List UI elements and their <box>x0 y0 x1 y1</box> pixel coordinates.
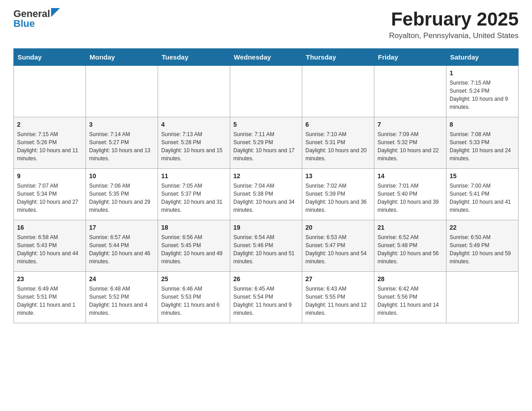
calendar-cell: 20Sunrise: 6:53 AMSunset: 5:47 PMDayligh… <box>302 220 374 272</box>
day-number: 14 <box>378 171 443 180</box>
calendar-cell: 22Sunrise: 6:50 AMSunset: 5:49 PMDayligh… <box>446 220 519 272</box>
day-info: Sunrise: 6:43 AMSunset: 5:55 PMDaylight:… <box>305 285 371 317</box>
day-info: Sunrise: 7:09 AMSunset: 5:32 PMDaylight:… <box>378 130 443 163</box>
month-title: February 2025 <box>389 9 519 30</box>
calendar-header-row: SundayMondayTuesdayWednesdayThursdayFrid… <box>14 49 519 66</box>
col-header-tuesday: Tuesday <box>158 49 230 66</box>
day-number: 6 <box>305 120 371 129</box>
day-number: 1 <box>450 68 515 77</box>
calendar-week-5: 23Sunrise: 6:49 AMSunset: 5:51 PMDayligh… <box>14 272 519 323</box>
calendar-week-4: 16Sunrise: 6:58 AMSunset: 5:43 PMDayligh… <box>14 220 519 272</box>
day-number: 12 <box>233 171 299 180</box>
day-info: Sunrise: 6:56 AMSunset: 5:45 PMDaylight:… <box>161 233 227 265</box>
calendar-cell: 6Sunrise: 7:10 AMSunset: 5:31 PMDaylight… <box>302 117 374 169</box>
calendar-cell: 1Sunrise: 7:15 AMSunset: 5:24 PMDaylight… <box>446 66 519 117</box>
calendar-cell: 24Sunrise: 6:48 AMSunset: 5:52 PMDayligh… <box>86 272 158 323</box>
col-header-wednesday: Wednesday <box>230 49 302 66</box>
calendar-cell: 4Sunrise: 7:13 AMSunset: 5:28 PMDaylight… <box>158 117 230 169</box>
title-block: February 2025 Royalton, Pennsylvania, Un… <box>389 9 519 40</box>
day-info: Sunrise: 7:00 AMSunset: 5:41 PMDaylight:… <box>450 182 515 214</box>
logo-general-text: General <box>13 9 50 19</box>
day-number: 3 <box>89 120 154 129</box>
calendar-cell: 21Sunrise: 6:52 AMSunset: 5:48 PMDayligh… <box>374 220 446 272</box>
day-info: Sunrise: 6:48 AMSunset: 5:52 PMDaylight:… <box>89 285 154 317</box>
day-info: Sunrise: 7:15 AMSunset: 5:24 PMDaylight:… <box>450 79 515 111</box>
day-number: 18 <box>161 223 227 232</box>
day-number: 21 <box>378 223 443 232</box>
calendar-cell <box>230 66 302 117</box>
calendar-cell: 28Sunrise: 6:42 AMSunset: 5:56 PMDayligh… <box>374 272 446 323</box>
calendar-cell: 15Sunrise: 7:00 AMSunset: 5:41 PMDayligh… <box>446 169 519 220</box>
calendar-cell <box>14 66 86 117</box>
page-header: General Blue February 2025 Royalton, Pen… <box>13 9 519 40</box>
day-info: Sunrise: 7:04 AMSunset: 5:38 PMDaylight:… <box>233 182 299 214</box>
day-info: Sunrise: 6:53 AMSunset: 5:47 PMDaylight:… <box>305 233 371 265</box>
day-number: 4 <box>161 120 227 129</box>
day-info: Sunrise: 6:45 AMSunset: 5:54 PMDaylight:… <box>233 285 299 317</box>
calendar-cell: 5Sunrise: 7:11 AMSunset: 5:29 PMDaylight… <box>230 117 302 169</box>
col-header-friday: Friday <box>374 49 446 66</box>
day-info: Sunrise: 7:14 AMSunset: 5:27 PMDaylight:… <box>89 130 154 163</box>
col-header-thursday: Thursday <box>302 49 374 66</box>
calendar-cell: 14Sunrise: 7:01 AMSunset: 5:40 PMDayligh… <box>374 169 446 220</box>
day-info: Sunrise: 7:15 AMSunset: 5:26 PMDaylight:… <box>17 130 82 163</box>
calendar-week-1: 1Sunrise: 7:15 AMSunset: 5:24 PMDaylight… <box>14 66 519 117</box>
day-number: 23 <box>17 274 82 283</box>
day-number: 15 <box>450 171 515 180</box>
day-info: Sunrise: 7:13 AMSunset: 5:28 PMDaylight:… <box>161 130 227 163</box>
calendar-cell: 13Sunrise: 7:02 AMSunset: 5:39 PMDayligh… <box>302 169 374 220</box>
day-number: 9 <box>17 171 82 180</box>
day-number: 13 <box>305 171 371 180</box>
calendar-cell <box>302 66 374 117</box>
day-info: Sunrise: 7:02 AMSunset: 5:39 PMDaylight:… <box>305 182 371 214</box>
day-number: 27 <box>305 274 371 283</box>
day-info: Sunrise: 6:54 AMSunset: 5:46 PMDaylight:… <box>233 233 299 265</box>
calendar-cell: 7Sunrise: 7:09 AMSunset: 5:32 PMDaylight… <box>374 117 446 169</box>
logo: General Blue <box>13 9 60 29</box>
day-info: Sunrise: 6:49 AMSunset: 5:51 PMDaylight:… <box>17 285 82 317</box>
day-info: Sunrise: 7:05 AMSunset: 5:37 PMDaylight:… <box>161 182 227 214</box>
day-info: Sunrise: 6:42 AMSunset: 5:56 PMDaylight:… <box>378 285 443 317</box>
calendar-cell: 19Sunrise: 6:54 AMSunset: 5:46 PMDayligh… <box>230 220 302 272</box>
day-info: Sunrise: 7:11 AMSunset: 5:29 PMDaylight:… <box>233 130 299 163</box>
col-header-sunday: Sunday <box>14 49 86 66</box>
day-number: 10 <box>89 171 154 180</box>
day-info: Sunrise: 6:58 AMSunset: 5:43 PMDaylight:… <box>17 233 82 265</box>
day-number: 19 <box>233 223 299 232</box>
calendar-cell: 26Sunrise: 6:45 AMSunset: 5:54 PMDayligh… <box>230 272 302 323</box>
day-number: 11 <box>161 171 227 180</box>
day-number: 25 <box>161 274 227 283</box>
day-number: 22 <box>450 223 515 232</box>
day-number: 24 <box>89 274 154 283</box>
location-text: Royalton, Pennsylvania, United States <box>389 31 519 40</box>
day-info: Sunrise: 6:46 AMSunset: 5:53 PMDaylight:… <box>161 285 227 317</box>
day-info: Sunrise: 7:01 AMSunset: 5:40 PMDaylight:… <box>378 182 443 214</box>
calendar-cell: 23Sunrise: 6:49 AMSunset: 5:51 PMDayligh… <box>14 272 86 323</box>
day-number: 2 <box>17 120 82 129</box>
calendar-cell <box>86 66 158 117</box>
calendar-table: SundayMondayTuesdayWednesdayThursdayFrid… <box>13 48 519 323</box>
calendar-cell: 10Sunrise: 7:06 AMSunset: 5:35 PMDayligh… <box>86 169 158 220</box>
calendar-cell <box>158 66 230 117</box>
day-info: Sunrise: 6:57 AMSunset: 5:44 PMDaylight:… <box>89 233 154 265</box>
logo-triangle-icon <box>51 8 60 17</box>
day-number: 7 <box>378 120 443 129</box>
day-info: Sunrise: 7:07 AMSunset: 5:34 PMDaylight:… <box>17 182 82 214</box>
calendar-cell: 25Sunrise: 6:46 AMSunset: 5:53 PMDayligh… <box>158 272 230 323</box>
day-number: 28 <box>378 274 443 283</box>
calendar-cell <box>446 272 519 323</box>
day-number: 17 <box>89 223 154 232</box>
calendar-cell: 3Sunrise: 7:14 AMSunset: 5:27 PMDaylight… <box>86 117 158 169</box>
calendar-cell: 18Sunrise: 6:56 AMSunset: 5:45 PMDayligh… <box>158 220 230 272</box>
day-info: Sunrise: 6:52 AMSunset: 5:48 PMDaylight:… <box>378 233 443 265</box>
logo-blue-text: Blue <box>13 19 35 29</box>
calendar-cell: 2Sunrise: 7:15 AMSunset: 5:26 PMDaylight… <box>14 117 86 169</box>
day-number: 8 <box>450 120 515 129</box>
calendar-cell: 17Sunrise: 6:57 AMSunset: 5:44 PMDayligh… <box>86 220 158 272</box>
calendar-cell: 16Sunrise: 6:58 AMSunset: 5:43 PMDayligh… <box>14 220 86 272</box>
day-number: 5 <box>233 120 299 129</box>
day-info: Sunrise: 7:06 AMSunset: 5:35 PMDaylight:… <box>89 182 154 214</box>
calendar-cell: 11Sunrise: 7:05 AMSunset: 5:37 PMDayligh… <box>158 169 230 220</box>
calendar-cell: 27Sunrise: 6:43 AMSunset: 5:55 PMDayligh… <box>302 272 374 323</box>
calendar-week-2: 2Sunrise: 7:15 AMSunset: 5:26 PMDaylight… <box>14 117 519 169</box>
